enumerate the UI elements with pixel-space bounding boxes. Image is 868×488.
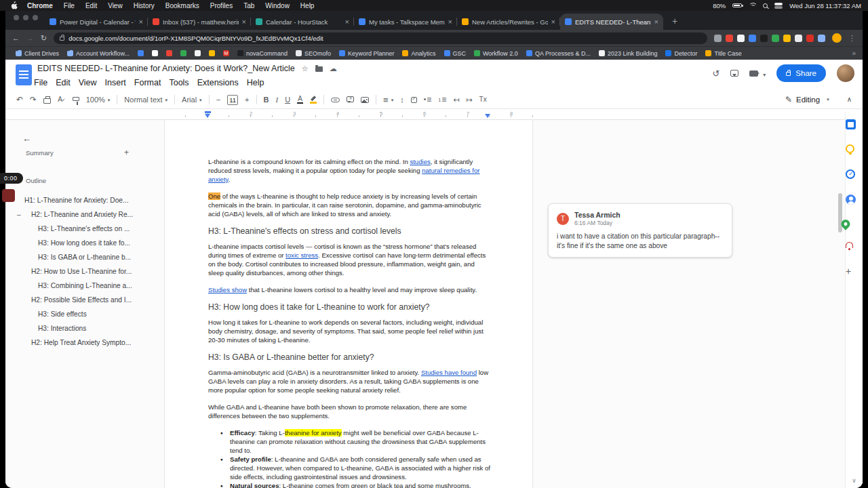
back-icon[interactable] [12,35,20,42]
address-bar[interactable]: docs.google.com/document/d/1orP-X1M8SPQM… [54,33,707,44]
forward-icon[interactable] [26,35,34,42]
doc-link[interactable]: toxic stress [285,251,318,259]
bookmark-item[interactable] [149,50,161,56]
bookmark-item[interactable]: 2023 Link Building [595,50,661,57]
zoom-window-icon[interactable] [33,15,38,20]
underline-icon[interactable] [285,96,290,104]
undo-icon[interactable] [16,96,23,104]
extension-icon[interactable] [772,35,779,42]
decrease-indent-icon[interactable] [453,96,459,104]
tab-close-icon[interactable] [551,18,555,26]
document-page[interactable]: L-theanine is a compound known for its c… [164,120,533,488]
outline-item[interactable]: H3: How long does it take fo... [5,236,147,250]
numbered-list-icon[interactable] [438,96,446,104]
zoom-dropdown[interactable]: 100% [86,96,111,104]
browser-tab[interactable]: Calendar - HourStack [251,14,354,30]
bookmarks-overflow-icon[interactable] [848,49,856,57]
docs-menu-item[interactable]: Insert [101,77,130,89]
outline-item[interactable]: H2: Possible Side Effects and I... [5,293,147,307]
hide-menus-icon[interactable] [847,96,852,103]
star-icon[interactable] [302,65,309,73]
version-history-icon[interactable] [712,67,719,79]
highlight-color-icon[interactable] [310,96,317,104]
ruler[interactable]: 12345678 [5,109,863,120]
bookmark-item[interactable]: Detector [662,50,701,57]
outline-item[interactable]: H2: L-Theanine and Anxiety Re... [5,207,147,222]
new-tab-icon[interactable] [667,14,682,28]
bulleted-list-icon[interactable] [424,96,432,104]
paint-format-icon[interactable] [73,97,79,101]
outline-item[interactable]: H3: Is GABA or L-theanine b... [5,250,147,264]
reload-icon[interactable] [41,35,47,42]
spotlight-icon[interactable] [763,3,768,8]
doc-link[interactable]: Studies have found [421,369,477,376]
extension-icon[interactable] [726,35,733,42]
profile-avatar[interactable] [832,33,842,43]
share-button[interactable]: Share [776,64,826,82]
docs-menu-item[interactable]: File [30,77,52,89]
bookmark-item[interactable] [177,50,190,56]
editing-mode-dropdown[interactable]: Editing [785,95,829,104]
menubar-item[interactable]: Help [295,2,320,9]
outline-item[interactable]: H3: Interactions [5,321,147,336]
outline-item[interactable]: H2: Help Treat Anxiety Sympto... [5,336,147,350]
bookmark-item[interactable] [134,50,147,56]
line-spacing-icon[interactable] [400,96,404,104]
bookmark-item[interactable] [191,50,204,56]
right-indent-marker[interactable] [485,114,490,118]
styles-dropdown[interactable]: Normal text [124,96,167,104]
tab-close-icon[interactable] [345,18,349,26]
docs-menu-item[interactable]: Extensions [193,77,243,89]
insert-link-icon[interactable] [331,98,340,102]
menubar-clock[interactable]: Wed Jun 28 11:37:32 AM [789,2,861,9]
bold-icon[interactable] [264,96,269,104]
browser-tab[interactable]: Inbox (537) - matthew.herin@... [148,14,251,30]
add-summary-icon[interactable] [124,148,129,157]
outline-item[interactable]: H3: L-Theanine's effects on ... [5,222,147,236]
browser-tab[interactable]: Power Digital - Calendar - We... [45,14,148,30]
redo-icon[interactable] [30,96,37,104]
font-dropdown[interactable]: Arial [182,96,202,104]
bookmark-item[interactable]: Workflow 2.0 [471,50,521,57]
chevron-down-icon[interactable] [852,477,856,484]
add-comment-icon[interactable] [347,96,354,102]
calendar-icon[interactable] [846,119,856,129]
bookmark-item[interactable]: Client Drives [12,50,62,57]
bookmark-item[interactable]: QA Processes & D... [523,50,594,57]
bookmark-item[interactable]: Account Workflow... [64,50,133,57]
minimize-window-icon[interactable] [23,15,28,20]
outline-item[interactable]: H2: How to Use L-Theanine for... [5,264,147,279]
outline-item[interactable]: H1: L-Theanine for Anxiety: Doe... [5,193,147,207]
insert-image-icon[interactable] [361,97,369,103]
extension-icon[interactable] [806,35,814,42]
extension-icon[interactable] [818,35,825,42]
menubar-item[interactable]: Profiles [205,2,238,9]
font-size-field[interactable]: 11 [227,95,238,105]
comment-card[interactable]: T Tessa Armich 6:16 AM Today i want to h… [548,203,732,258]
get-addons-icon[interactable] [846,266,851,277]
comments-icon[interactable] [730,70,738,77]
browser-tab[interactable]: EDITS NEEDED- L-Theanine fo... [560,14,663,30]
checklist-icon[interactable] [411,97,417,103]
spellcheck-icon[interactable] [58,96,66,103]
extension-icon[interactable] [714,35,722,42]
align-dropdown[interactable] [383,96,393,104]
increase-indent-icon[interactable] [466,96,472,104]
addon-icon[interactable] [846,242,853,248]
print-icon[interactable] [43,98,51,104]
doc-link[interactable]: studies [410,158,430,165]
bookmark-item[interactable]: Keyword Planner [336,50,398,57]
meet-presentation-icon[interactable] [749,67,766,79]
close-window-icon[interactable] [14,15,19,20]
menubar-item[interactable]: File [58,2,80,9]
menubar-item[interactable]: Chrome [22,2,58,9]
menubar-item[interactable]: Window [260,2,295,9]
menubar-item[interactable]: Tab [238,2,260,9]
account-avatar[interactable] [837,64,854,82]
extension-icon[interactable] [737,35,745,42]
browser-menu-icon[interactable] [848,34,856,43]
text-color-icon[interactable] [297,96,303,104]
tab-close-icon[interactable] [242,18,246,26]
italic-icon[interactable] [275,96,278,104]
browser-tab[interactable]: My tasks - Talkspace Memb... [354,14,457,30]
